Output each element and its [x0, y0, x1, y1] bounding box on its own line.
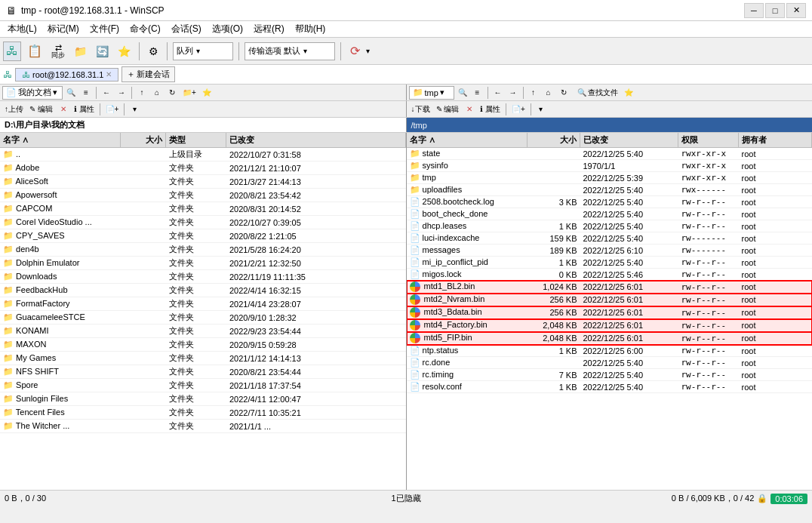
right-file-list[interactable]: 名字 ∧ 大小 已改变 权限 拥有者 📁 state 2022/12/25 5:…	[407, 133, 813, 490]
right-newfile-btn[interactable]: 📄+	[509, 103, 527, 116]
list-item[interactable]: 📁 Corel VideoStudio ... 文件夹 2022/10/27 0…	[0, 216, 406, 229]
list-item[interactable]: 📁 Sunlogin Files 文件夹 2022/4/11 12:00:47	[0, 392, 406, 406]
queue-dropdown[interactable]: 队列 ▾	[173, 42, 233, 60]
right-columns-btn[interactable]: ≡	[471, 86, 484, 100]
tb-btn-3[interactable]: 📁	[71, 42, 90, 61]
list-item[interactable]: 📁 MAXON 文件夹 2020/9/15 0:59:28	[0, 338, 406, 352]
list-item[interactable]: 📄 boot_check_done 2022/12/25 5:40 rw-r--…	[407, 208, 813, 220]
list-item[interactable]: 📁 tmp 2022/12/25 5:39 rwxr-xr-x root	[407, 172, 813, 184]
settings-button[interactable]: ⚙	[145, 42, 161, 61]
transfer-dropdown[interactable]: 传输选项 默认 ▾	[245, 42, 335, 60]
list-item[interactable]: 📁 GuacameleeSTCE 文件夹 2020/9/10 1:28:32	[0, 311, 406, 325]
menu-help[interactable]: 帮助(H)	[291, 21, 331, 37]
right-col-size[interactable]: 大小	[527, 133, 580, 147]
list-item[interactable]: 📁 CPY_SAVES 文件夹 2020/8/22 1:21:05	[0, 229, 406, 243]
list-item[interactable]: 📁 Dolphin Emulator 文件夹 2021/2/21 12:32:5…	[0, 257, 406, 270]
right-fwd-btn[interactable]: →	[506, 86, 520, 100]
list-item[interactable]: mtd5_FIP.bin 2,048 KB 2022/12/25 6:01 rw…	[407, 332, 813, 345]
list-item[interactable]: 📁 Tencent Files 文件夹 2022/7/11 10:35:21	[0, 406, 406, 420]
right-col-owner[interactable]: 拥有者	[739, 133, 813, 147]
left-delete-btn[interactable]: ✕	[57, 103, 70, 116]
right-col-date[interactable]: 已改变	[580, 133, 678, 147]
sync-button[interactable]: ⇄同步	[48, 42, 68, 61]
list-item[interactable]: 📁 state 2022/12/25 5:40 rwxr-xr-x root	[407, 148, 813, 160]
right-col-perm[interactable]: 权限	[678, 133, 739, 147]
left-newfolder-btn[interactable]: 📁+	[180, 86, 198, 100]
left-more-btn[interactable]: ▾	[128, 103, 141, 116]
right-col-name[interactable]: 名字 ∧	[407, 133, 527, 147]
left-fwd-btn[interactable]: →	[115, 86, 128, 100]
session-tab[interactable]: 🖧 root@192.168.31.1 ✕	[15, 68, 118, 82]
maximize-button[interactable]: □	[765, 3, 785, 18]
list-item[interactable]: 📁 FormatFactory 文件夹 2021/4/14 23:28:07	[0, 297, 406, 311]
right-props-btn[interactable]: ℹ 属性	[478, 103, 503, 116]
list-item[interactable]: mtd2_Nvram.bin 256 KB 2022/12/25 6:01 rw…	[407, 294, 813, 306]
list-item[interactable]: mtd1_BL2.bin 1,024 KB 2022/12/25 6:01 rw…	[407, 281, 813, 294]
list-item[interactable]: 📄 migos.lock 0 KB 2022/12/25 5:46 rw-r--…	[407, 269, 813, 281]
new-session-tb-btn[interactable]: 🖧	[3, 42, 21, 61]
menu-options[interactable]: 选项(O)	[208, 21, 248, 37]
list-item[interactable]: 📄 luci-indexcache 159 KB 2022/12/25 5:40…	[407, 232, 813, 245]
menu-command[interactable]: 命令(C)	[125, 21, 165, 37]
list-item[interactable]: 📁 AliceSoft 文件夹 2021/3/27 21:44:13	[0, 175, 406, 189]
right-edit-btn[interactable]: ✎ 编辑	[434, 103, 462, 116]
right-home-btn[interactable]: ⌂	[542, 86, 555, 100]
list-item[interactable]: 📁 CAPCOM 文件夹 2020/8/31 20:14:52	[0, 202, 406, 216]
menu-local[interactable]: 本地(L)	[3, 21, 42, 37]
list-item[interactable]: 📁 KONAMI 文件夹 2022/9/23 23:54:44	[0, 325, 406, 338]
list-item[interactable]: 📄 rc.timing 7 KB 2022/12/25 5:40 rw-r--r…	[407, 369, 813, 381]
menu-mark[interactable]: 标记(M)	[43, 21, 84, 37]
right-back-btn[interactable]: ←	[491, 86, 505, 100]
left-bookmark-btn[interactable]: ⭐	[200, 86, 214, 100]
list-item[interactable]: 📁 den4b 文件夹 2021/5/28 16:24:20	[0, 243, 406, 257]
left-filter-btn[interactable]: 🔍	[64, 86, 78, 100]
right-path-dropdown[interactable]: 📁 tmp ▾	[409, 86, 454, 100]
left-upload-btn[interactable]: ↑上传	[2, 103, 26, 116]
list-item[interactable]: 📄 mi_ip_conflict_pid 1 KB 2022/12/25 5:4…	[407, 257, 813, 269]
left-col-size[interactable]: 大小	[121, 133, 166, 147]
list-item[interactable]: 📁 sysinfo 1970/1/1 rwxr-xr-x root	[407, 160, 813, 172]
list-item[interactable]: 📁 Apowersoft 文件夹 2020/8/21 23:54:42	[0, 189, 406, 202]
right-download-btn[interactable]: ↓下载	[409, 103, 432, 116]
list-item[interactable]: 📄 messages 189 KB 2022/12/25 6:10 rw----…	[407, 245, 813, 257]
list-item[interactable]: 📁 Adobe 文件夹 2021/12/1 21:10:07	[0, 162, 406, 175]
left-newfile-btn[interactable]: 📄+	[103, 103, 121, 116]
left-up-btn[interactable]: ↑	[135, 86, 149, 100]
list-item[interactable]: 📁 FeedbackHub 文件夹 2022/4/14 16:32:15	[0, 284, 406, 297]
list-item[interactable]: mtd4_Factory.bin 2,048 KB 2022/12/25 6:0…	[407, 319, 813, 332]
list-item[interactable]: 📁 .. 上级目录 2022/10/27 0:31:58	[0, 148, 406, 162]
list-item[interactable]: 📄 ntp.status 1 KB 2022/12/25 6:00 rw-r--…	[407, 345, 813, 357]
right-bookmark-btn[interactable]: ⭐	[622, 86, 635, 100]
list-item[interactable]: 📁 My Games 文件夹 2021/1/12 14:14:13	[0, 352, 406, 365]
minimize-button[interactable]: ─	[744, 3, 764, 18]
left-props-btn[interactable]: ℹ 属性	[72, 103, 97, 116]
close-button[interactable]: ✕	[786, 3, 806, 18]
left-col-type[interactable]: 类型	[166, 133, 226, 147]
right-delete-btn[interactable]: ✕	[463, 103, 476, 116]
menu-remote[interactable]: 远程(R)	[249, 21, 289, 37]
right-refresh-btn[interactable]: ↻	[557, 86, 571, 100]
list-item[interactable]: 📄 resolv.conf 1 KB 2022/12/25 5:40 rw-r-…	[407, 381, 813, 393]
left-home-btn[interactable]: ⌂	[150, 86, 164, 100]
right-find-btn[interactable]: 🔍 查找文件	[575, 86, 621, 100]
tb-btn-5[interactable]: ⭐	[115, 42, 134, 61]
right-filter-btn[interactable]: 🔍	[456, 86, 469, 100]
list-item[interactable]: 📄 2508.bootcheck.log 3 KB 2022/12/25 5:4…	[407, 196, 813, 208]
new-session-button[interactable]: ＋ 新建会话	[121, 66, 175, 82]
list-item[interactable]: mtd3_Bdata.bin 256 KB 2022/12/25 6:01 rw…	[407, 306, 813, 319]
left-file-list[interactable]: 名字 ∧ 大小 类型 已改变 📁 .. 上级目录 2022/10/27 0:31…	[0, 133, 406, 490]
left-back-btn[interactable]: ←	[100, 86, 113, 100]
tb-btn-1[interactable]: 📋	[24, 42, 45, 61]
left-path-dropdown[interactable]: 📄 我的文档 ▾	[2, 86, 63, 100]
right-more-btn[interactable]: ▾	[534, 103, 548, 116]
refresh-button[interactable]: ⟳	[346, 42, 363, 61]
left-col-name[interactable]: 名字 ∧	[0, 133, 121, 147]
menu-session[interactable]: 会话(S)	[167, 21, 206, 37]
list-item[interactable]: 📁 uploadfiles 2022/12/25 5:40 rwx------ …	[407, 184, 813, 196]
list-item[interactable]: 📁 The Witcher ... 文件夹 2021/1/1 ...	[0, 420, 406, 433]
left-refresh-btn[interactable]: ↻	[165, 86, 179, 100]
list-item[interactable]: 📁 Downloads 文件夹 2022/11/19 11:11:35	[0, 270, 406, 284]
menu-file[interactable]: 文件(F)	[85, 21, 124, 37]
list-item[interactable]: 📄 rc.done 2022/12/25 5:40 rw-r--r-- root	[407, 357, 813, 369]
left-columns-btn[interactable]: ≡	[79, 86, 93, 100]
